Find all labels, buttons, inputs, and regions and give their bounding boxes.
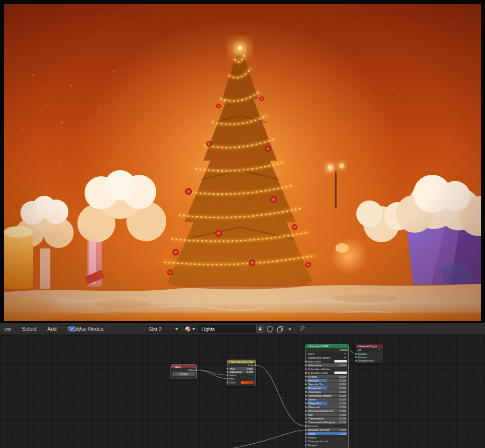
volume-input-socket[interactable]	[355, 356, 357, 358]
collapse-icon[interactable]: ▾	[307, 345, 308, 348]
pin-icon	[299, 325, 305, 333]
clearcoat-input-socket[interactable]	[305, 406, 307, 408]
collapse-icon[interactable]: ▾	[229, 361, 230, 363]
subsurface-color-input-socket[interactable]	[305, 372, 307, 374]
browse-material-button[interactable]	[183, 325, 197, 333]
specular-slider[interactable]: Specular0.500	[307, 379, 347, 382]
row-label: Subsurface Color	[307, 372, 328, 374]
specular-tint-input-socket[interactable]	[305, 383, 307, 385]
anisotropic-rotation-slider[interactable]: Anisotropic Rotation0.000	[307, 394, 347, 397]
output-target-dropdown[interactable]: All	[357, 349, 381, 352]
row-value: 0.500	[339, 379, 346, 382]
specular-tint-slider[interactable]: Specular Tint0.000	[307, 382, 347, 386]
row-value: 1.000	[339, 432, 346, 435]
value-node-header[interactable]: ▾ Value	[171, 365, 196, 368]
alpha-input-socket[interactable]	[305, 433, 307, 435]
value-number-slider[interactable]: 50.000	[172, 372, 195, 376]
emission-input-socket[interactable]	[305, 425, 307, 427]
sheen-tint-input-socket[interactable]	[305, 402, 307, 404]
sheen-slider[interactable]: Sheen0.000	[307, 398, 347, 401]
menu-view[interactable]: ew	[1, 326, 14, 332]
subsurface-color-color-swatch[interactable]	[334, 372, 347, 374]
subsurface-method-dropdown[interactable]: Christensen-Burley	[307, 356, 347, 359]
anisotropic-slider[interactable]: Anisotropic0.000	[307, 390, 347, 393]
clearcoat-slider[interactable]: Clearcoat0.000	[307, 405, 347, 409]
hue-slider[interactable]: Hue0.500	[229, 367, 254, 370]
sheen-tint-slider[interactable]: Sheen Tint0.500	[307, 401, 347, 405]
principled-bsdf-node[interactable]: ▾ Principled BSDF BSDF GGX Christensen-B…	[306, 344, 348, 448]
collapse-icon[interactable]: ▾	[172, 365, 173, 368]
saturation-input-socket[interactable]	[227, 371, 228, 373]
value-node[interactable]: ▾ Value Value 50.000	[171, 365, 196, 379]
material-name-field[interactable]: Lights	[198, 325, 256, 333]
fake-user-button[interactable]	[265, 325, 275, 333]
row-label: Clearcoat	[308, 406, 320, 409]
principled-node-header[interactable]: ▾ Principled BSDF	[306, 344, 348, 348]
displacement-input-socket[interactable]	[355, 360, 357, 362]
collapse-icon[interactable]: ▾	[357, 345, 358, 348]
sheen-input-socket[interactable]	[305, 399, 307, 400]
subsurface-radius-input-socket[interactable]	[305, 368, 307, 370]
shader-node-editor-canvas[interactable]: ▾ Value Value 50.000 ▾ Hue Saturation Va…	[0, 335, 485, 448]
surface-input-socket[interactable]	[355, 353, 357, 355]
subsurface-input-socket[interactable]	[305, 364, 307, 366]
tangent-input-socket[interactable]	[305, 444, 307, 446]
roughness-slider[interactable]: Roughness0.500	[307, 386, 347, 390]
base-color-input-socket[interactable]	[305, 361, 307, 362]
transmission-roughness-slider[interactable]: Transmission Roughness0.000	[307, 420, 347, 424]
emission-strength-input-socket[interactable]	[305, 429, 307, 431]
row-label: Alpha	[308, 432, 315, 435]
hsv-node-header[interactable]: ▾ Hue Saturation Val	[228, 360, 256, 363]
transmission-input-socket[interactable]	[305, 418, 307, 419]
base-color-color-swatch[interactable]	[334, 360, 347, 363]
ior-input-socket[interactable]	[305, 414, 307, 416]
ior-slider[interactable]: IOR1.450	[307, 413, 347, 416]
anisotropic-rotation-input-socket[interactable]	[305, 395, 307, 397]
material-users-count-button[interactable]: 4	[256, 325, 264, 333]
transmission-slider[interactable]: Transmission0.000	[307, 417, 347, 420]
row-label: Subsurface Radius	[307, 368, 330, 371]
hue-saturation-value-node[interactable]: ▾ Hue Saturation Val Color Hue0.500 Satu…	[228, 360, 256, 386]
color-swatch[interactable]	[241, 381, 254, 384]
transmission-roughness-input-socket[interactable]	[305, 421, 307, 423]
bsdf-output-row: BSDF	[307, 348, 347, 352]
hsv-saturation-row: Saturation1.000	[229, 370, 254, 373]
fac-input-socket[interactable]	[227, 378, 228, 380]
bsdf-output-socket[interactable]	[347, 349, 349, 351]
material-slot-select[interactable]: Slot 2	[146, 325, 181, 333]
metallic-slider[interactable]: Metallic0.000	[307, 375, 347, 378]
alpha-slider[interactable]: Alpha1.000	[307, 432, 347, 435]
node-link-wires	[0, 335, 485, 448]
roughness-input-socket[interactable]	[305, 387, 307, 389]
row-label: Sheen	[308, 398, 316, 401]
hsv-color-output-socket[interactable]	[255, 364, 257, 366]
hue-input-socket[interactable]	[227, 368, 228, 370]
menu-select[interactable]: Select	[19, 326, 39, 332]
saturation-slider[interactable]: Saturation1.000	[229, 371, 254, 373]
principled-row-anisotropic-rotation: Anisotropic Rotation0.000	[307, 394, 347, 398]
unlink-material-button[interactable]: ✕	[285, 325, 294, 333]
material-output-header[interactable]: ▾ Material Output	[356, 344, 383, 348]
clearcoat-roughness-slider[interactable]: Clearcoat Roughness0.030	[307, 409, 347, 412]
menu-add[interactable]: Add	[45, 326, 60, 332]
pin-button[interactable]	[299, 325, 306, 333]
new-material-button[interactable]	[275, 325, 285, 333]
value-input-socket[interactable]	[227, 374, 228, 376]
clearcoat-normal-input-socket[interactable]	[305, 440, 307, 442]
use-nodes-toggle[interactable]: ✓ Use Nodes	[69, 323, 103, 334]
metallic-input-socket[interactable]	[305, 376, 307, 378]
value-output-socket[interactable]	[195, 369, 197, 371]
clearcoat-roughness-input-socket[interactable]	[305, 410, 307, 412]
specular-input-socket[interactable]	[305, 380, 307, 381]
color-input-socket[interactable]	[227, 381, 228, 383]
row-value: 0.000	[339, 375, 346, 378]
distribution-dropdown[interactable]: GGX	[307, 353, 347, 356]
anisotropic-input-socket[interactable]	[305, 391, 307, 393]
subsurface-slider[interactable]: Subsurface0.000	[307, 363, 347, 367]
normal-input-socket[interactable]	[305, 437, 307, 438]
emission-strength-slider[interactable]: Emission Strength1.000	[307, 428, 347, 431]
material-output-node[interactable]: ▾ Material Output All Surface Volume Dis…	[356, 344, 383, 363]
3d-viewport[interactable]	[0, 0, 485, 323]
blender-window: ew Select Add Node ✓ Use Nodes Slot 2 Li…	[0, 0, 485, 448]
row-label: Emission Strength	[308, 429, 330, 431]
